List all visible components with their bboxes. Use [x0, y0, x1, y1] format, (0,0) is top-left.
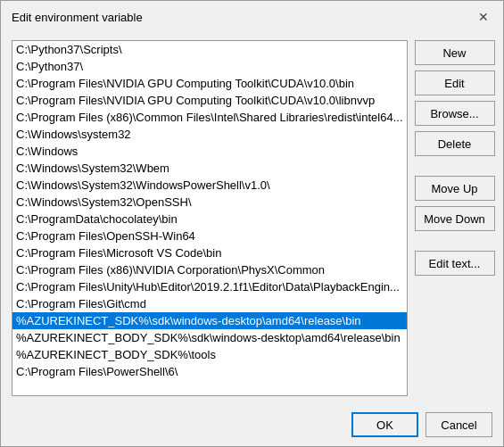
- close-button[interactable]: ✕: [475, 8, 492, 26]
- list-item[interactable]: %AZUREKINECT_BODY_SDK%\tools: [12, 346, 407, 363]
- spacer1: [415, 161, 495, 170]
- list-item[interactable]: C:\Windows: [12, 143, 407, 160]
- list-item[interactable]: C:\Program Files (x86)\NVIDIA Corporatio…: [12, 261, 407, 278]
- list-item[interactable]: C:\Windows\System32\Wbem: [12, 160, 407, 177]
- list-item[interactable]: C:\Program Files\NVIDIA GPU Computing To…: [12, 75, 407, 92]
- list-item[interactable]: C:\ProgramData\chocolatey\bin: [12, 211, 407, 228]
- list-item[interactable]: %AZUREKINECT_SDK%\sdk\windows-desktop\am…: [12, 312, 407, 329]
- list-item[interactable]: C:\Python37\Scripts\: [12, 41, 407, 58]
- dialog-title: Edit environment variable: [12, 11, 143, 24]
- dialog: Edit environment variable ✕ C:\Python37\…: [0, 0, 504, 447]
- list-container: C:\Python37\Scripts\C:\Python37\C:\Progr…: [12, 40, 408, 396]
- title-bar: Edit environment variable ✕: [1, 1, 503, 31]
- list-item[interactable]: C:\Python37\: [12, 58, 407, 75]
- move-up-button[interactable]: Move Up: [415, 176, 495, 201]
- edit-button[interactable]: Edit: [415, 70, 495, 95]
- list-item[interactable]: C:\Program Files\Microsoft VS Code\bin: [12, 244, 407, 261]
- list-item[interactable]: C:\Program Files\NVIDIA GPU Computing To…: [12, 92, 407, 109]
- spacer2: [415, 236, 495, 245]
- list-item[interactable]: C:\Windows\System32\WindowsPowerShell\v1…: [12, 177, 407, 194]
- delete-button[interactable]: Delete: [415, 131, 495, 156]
- content-area: C:\Python37\Scripts\C:\Python37\C:\Progr…: [1, 31, 503, 405]
- cancel-button[interactable]: Cancel: [426, 412, 492, 437]
- list-item[interactable]: C:\Windows\System32\OpenSSH\: [12, 194, 407, 211]
- move-down-button[interactable]: Move Down: [415, 206, 495, 231]
- list-item[interactable]: C:\Program Files\Unity\Hub\Editor\2019.2…: [12, 278, 407, 295]
- ok-button[interactable]: OK: [351, 412, 418, 437]
- list-item[interactable]: C:\Windows\system32: [12, 126, 407, 143]
- edit-text-button[interactable]: Edit text...: [415, 251, 495, 276]
- bottom-bar: OK Cancel: [1, 405, 503, 446]
- list-item[interactable]: C:\Program Files\OpenSSH-Win64: [12, 228, 407, 244]
- browse-button[interactable]: Browse...: [415, 101, 495, 126]
- list-item[interactable]: C:\Program Files\PowerShell\6\: [12, 363, 407, 380]
- new-button[interactable]: New: [415, 40, 495, 65]
- buttons-panel: New Edit Browse... Delete Move Up Move D…: [415, 40, 495, 396]
- environment-variable-list[interactable]: C:\Python37\Scripts\C:\Python37\C:\Progr…: [12, 40, 408, 396]
- list-item[interactable]: C:\Program Files (x86)\Common Files\Inte…: [12, 109, 407, 126]
- list-item[interactable]: %AZUREKINECT_BODY_SDK%\sdk\windows-deskt…: [12, 329, 407, 346]
- list-item[interactable]: C:\Program Files\Git\cmd: [12, 295, 407, 312]
